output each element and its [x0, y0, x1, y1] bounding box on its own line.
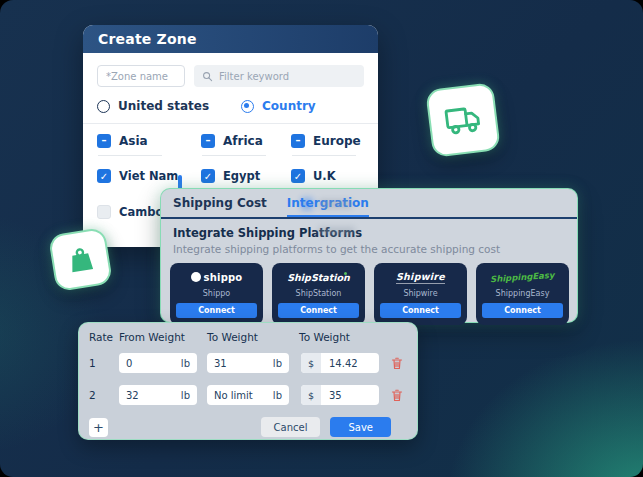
region-asia-checkbox[interactable]: Asia: [97, 134, 201, 148]
header-to-weight: To Weight: [207, 331, 299, 343]
region-europe-checkbox[interactable]: Europe: [291, 134, 364, 148]
price-value: 35: [321, 390, 350, 401]
region-asia: Asia: [97, 134, 201, 156]
region-checkbox-row: Asia Africa Europe: [97, 134, 364, 156]
table-row: 2 32 lb No limit lb $ 35: [89, 383, 407, 407]
unit-label: lb: [273, 390, 282, 401]
add-rate-button[interactable]: +: [89, 418, 108, 437]
region-africa-checkbox[interactable]: Africa: [201, 134, 291, 148]
from-weight-input[interactable]: 32 lb: [119, 385, 197, 405]
price-input[interactable]: $ 35: [301, 385, 379, 405]
integration-heading: Integrate Shipping Platforms: [161, 219, 577, 240]
truck-icon: [441, 98, 486, 143]
rate-card-footer: + Cancel Save: [89, 417, 407, 437]
checked-checkbox-icon: [291, 169, 305, 183]
radio-circle-icon: [97, 100, 110, 113]
region-africa: Africa: [201, 134, 291, 156]
price-value: 14.42: [321, 358, 366, 369]
divider: [98, 155, 162, 156]
radio-united-states-label: United states: [118, 99, 209, 113]
region-europe-label: Europe: [313, 134, 361, 148]
blurred-checkbox: [301, 198, 313, 210]
checked-checkbox-icon: [97, 169, 111, 183]
shipstation-logo: ShipStation: [287, 271, 350, 284]
platform-name: ShipStation: [296, 289, 342, 298]
indeterminate-checkbox-icon: [97, 134, 111, 148]
table-row: 1 0 lb 31 lb $ 14.42: [89, 351, 407, 375]
country-label: Viet Nam: [119, 169, 178, 183]
connect-shipwire-button[interactable]: Connect: [380, 303, 461, 318]
unit-label: lb: [181, 390, 190, 401]
checked-checkbox-icon: [201, 169, 215, 183]
modal-title: Create Zone: [98, 31, 197, 47]
divider: [202, 155, 266, 156]
radio-united-states[interactable]: United states: [97, 99, 209, 113]
shopping-bag-icon: [63, 242, 97, 276]
platform-card-shipwire: Shipwire Shipwire Connect: [374, 263, 467, 325]
country-viet-nam[interactable]: Viet Nam: [97, 169, 201, 183]
delete-row-button[interactable]: [391, 389, 403, 402]
from-weight-input[interactable]: 0 lb: [119, 353, 197, 373]
region-asia-label: Asia: [119, 134, 148, 148]
blurred-text: [319, 200, 352, 208]
shopping-bag-badge: [48, 227, 113, 292]
platform-card-row: shippo Shippo Connect ShipStation ShipSt…: [161, 255, 577, 325]
region-africa-label: Africa: [223, 134, 263, 148]
indeterminate-checkbox-icon: [201, 134, 215, 148]
to-weight-input[interactable]: 31 lb: [207, 353, 289, 373]
country-uk[interactable]: U.K: [291, 169, 364, 183]
radio-selected-icon: [241, 100, 254, 113]
zone-name-input[interactable]: [97, 65, 185, 87]
platform-name: Shippo: [203, 289, 230, 298]
radio-country[interactable]: Country: [241, 99, 316, 113]
blurred-text: [318, 227, 355, 235]
rate-table-headers: Rate From Weight To Weight To Weight: [89, 331, 407, 343]
connect-shippo-button[interactable]: Connect: [176, 303, 257, 318]
region-europe: Europe: [291, 134, 364, 156]
to-weight-value: No limit: [214, 390, 253, 401]
shipwire-logo: Shipwire: [396, 271, 445, 284]
trash-icon: [391, 357, 403, 370]
connect-shippingeasy-button[interactable]: Connect: [482, 303, 563, 318]
currency-prefix: $: [301, 385, 321, 405]
to-weight-input[interactable]: No limit lb: [207, 385, 289, 405]
connect-shipstation-button[interactable]: Connect: [278, 303, 359, 318]
platform-name: Shipwire: [403, 289, 437, 298]
header-price: To Weight: [299, 331, 379, 343]
unit-label: lb: [273, 358, 282, 369]
platform-card-shipstation: ShipStation ShipStation Connect: [272, 263, 365, 325]
filter-keyword-field[interactable]: [194, 65, 364, 87]
filter-keyword-input[interactable]: [219, 71, 356, 82]
country-label: U.K: [313, 169, 336, 183]
country-label: Egypt: [223, 169, 260, 183]
price-input[interactable]: $ 14.42: [301, 353, 379, 373]
radio-country-label: Country: [262, 99, 316, 113]
platform-name: ShippingEasy: [496, 289, 550, 298]
shipping-integration-panel: Shipping Cost Intergration Integrate Shi…: [160, 188, 578, 323]
integration-subheading: Integrate shipping platforms to get the …: [161, 240, 577, 255]
shippo-logo: shippo: [191, 271, 243, 284]
unchecked-checkbox-icon: [97, 205, 111, 219]
indeterminate-checkbox-icon: [291, 134, 305, 148]
tab-shipping-cost[interactable]: Shipping Cost: [173, 196, 267, 217]
search-icon: [202, 71, 213, 82]
currency-prefix: $: [301, 353, 321, 373]
country-egypt[interactable]: Egypt: [201, 169, 291, 183]
platform-card-shippo: shippo Shippo Connect: [170, 263, 263, 325]
to-weight-value: 31: [214, 358, 227, 369]
modal-header: Create Zone: [83, 25, 378, 53]
cancel-button[interactable]: Cancel: [261, 417, 321, 437]
header-from-weight: From Weight: [119, 331, 207, 343]
save-button[interactable]: Save: [330, 417, 391, 437]
header-rate: Rate: [89, 331, 119, 343]
from-weight-value: 32: [126, 390, 139, 401]
divider: [292, 155, 356, 156]
trash-icon: [391, 389, 403, 402]
delete-row-button[interactable]: [391, 357, 403, 370]
unit-label: lb: [181, 358, 190, 369]
rate-table-card: Rate From Weight To Weight To Weight 1 0…: [78, 322, 418, 440]
app-canvas: Create Zone United states: [0, 0, 643, 477]
from-weight-value: 0: [126, 358, 132, 369]
truck-badge: [425, 82, 501, 158]
rate-index: 1: [89, 357, 119, 369]
